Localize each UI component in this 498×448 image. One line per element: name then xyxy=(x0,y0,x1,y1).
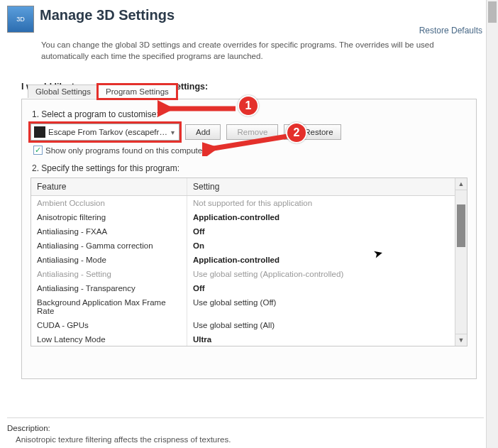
feature-cell: Antialiasing - Mode xyxy=(31,253,187,267)
setting-cell: Off xyxy=(187,281,455,295)
setting-cell: Off xyxy=(187,224,455,239)
table-row[interactable]: Ambient OcclusionNot supported for this … xyxy=(31,196,455,210)
table-scrollbar[interactable]: ▲ ▼ xyxy=(455,178,467,346)
page-title: Manage 3D Settings xyxy=(40,7,491,23)
setting-cell: Use global setting (All) xyxy=(187,318,455,332)
feature-cell: Background Application Max Frame Rate xyxy=(31,295,187,318)
col-setting: Setting xyxy=(187,178,455,195)
table-row[interactable]: Antialiasing - Gamma correctionOn xyxy=(31,239,455,253)
feature-cell: Antialiasing - Transparency xyxy=(31,281,187,295)
setting-cell: Application-controlled xyxy=(187,253,455,267)
restore-defaults-link[interactable]: Restore Defaults xyxy=(419,26,482,35)
table-row[interactable]: Anisotropic filteringApplication-control… xyxy=(31,210,455,224)
setting-cell: Not supported for this application xyxy=(187,196,455,210)
feature-cell: Antialiasing - Gamma correction xyxy=(31,239,187,253)
table-row[interactable]: Antialiasing - TransparencyOff xyxy=(31,281,455,295)
page-scrollbar[interactable] xyxy=(486,0,498,448)
page-description: You can change the global 3D settings an… xyxy=(41,40,491,62)
step2-label: 2. Specify the settings for this program… xyxy=(32,163,467,173)
add-button[interactable]: Add xyxy=(185,124,221,140)
table-row[interactable]: Antialiasing - SettingUse global setting… xyxy=(31,267,455,281)
restore-button[interactable]: Restore xyxy=(284,124,341,140)
scroll-up-icon[interactable]: ▲ xyxy=(455,178,467,190)
restore-button-label: Restore xyxy=(304,128,333,136)
page-scroll-thumb[interactable] xyxy=(488,1,497,23)
step1-label: 1. Select a program to customise: xyxy=(32,109,467,119)
setting-cell: Ultra xyxy=(187,332,455,346)
table-row[interactable]: Antialiasing - FXAAOff xyxy=(31,224,455,239)
description-text: Anisotropic texture filtering affects th… xyxy=(16,435,484,444)
scroll-down-icon[interactable]: ▼ xyxy=(455,334,467,346)
col-feature: Feature xyxy=(31,178,187,195)
remove-button: Remove xyxy=(226,124,278,140)
feature-cell: Ambient Occlusion xyxy=(31,196,187,210)
feature-cell: Anisotropic filtering xyxy=(31,210,187,224)
setting-cell: Use global setting (Application-controll… xyxy=(187,267,455,281)
program-icon xyxy=(34,126,45,138)
setting-cell: On xyxy=(187,239,455,253)
table-row[interactable]: Antialiasing - ModeApplication-controlle… xyxy=(31,253,455,267)
feature-cell: Low Latency Mode xyxy=(31,332,187,346)
feature-cell: CUDA - GPUs xyxy=(31,318,187,332)
feature-cell: Antialiasing - Setting xyxy=(31,267,187,281)
settings-panel: Global Settings Program Settings 1. Sele… xyxy=(21,99,477,379)
tab-global-settings[interactable]: Global Settings xyxy=(28,84,99,98)
table-header: Feature Setting xyxy=(31,178,455,196)
scroll-thumb[interactable] xyxy=(457,204,465,247)
description-label: Description: xyxy=(7,424,484,432)
app-icon: 3D xyxy=(7,6,34,33)
table-row[interactable]: Background Application Max Frame RateUse… xyxy=(31,295,455,318)
feature-cell: Antialiasing - FXAA xyxy=(31,224,187,239)
setting-cell: Use global setting (Off) xyxy=(187,295,455,318)
nvidia-icon xyxy=(292,129,301,136)
show-only-found-checkbox[interactable]: ✓ xyxy=(33,146,43,155)
table-row[interactable]: CUDA - GPUsUse global setting (All) xyxy=(31,318,455,332)
program-select-dropdown[interactable]: Escape From Tarkov (escapefro... ▾ xyxy=(31,124,179,141)
program-select-value: Escape From Tarkov (escapefro... xyxy=(48,128,170,136)
table-row[interactable]: Low Latency ModeUltra xyxy=(31,332,455,346)
settings-table: Feature Setting Ambient OcclusionNot sup… xyxy=(31,177,467,346)
chevron-down-icon: ▾ xyxy=(170,129,176,136)
setting-cell: Application-controlled xyxy=(187,210,455,224)
tab-program-settings[interactable]: Program Settings xyxy=(98,84,177,99)
checkbox-label: Show only programs found on this compute… xyxy=(45,146,205,155)
